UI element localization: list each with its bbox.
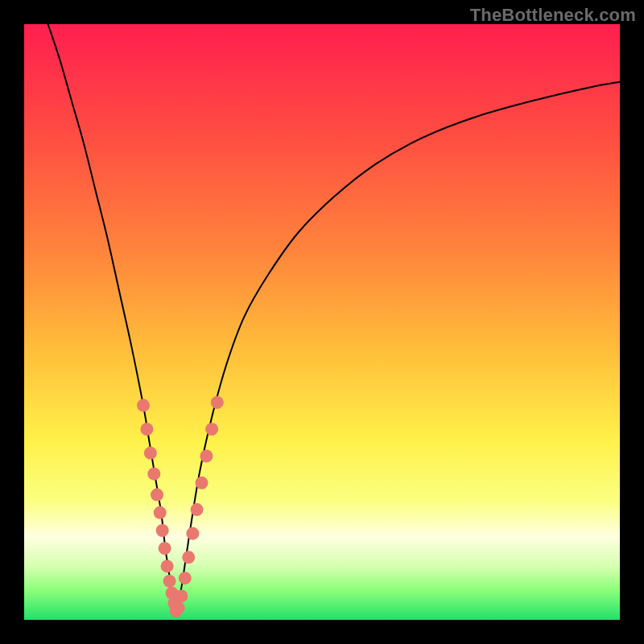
curve-left-branch <box>48 24 176 614</box>
plot-area <box>24 24 620 620</box>
bead-point <box>140 423 153 436</box>
bead-point <box>163 575 176 588</box>
bead-point <box>175 589 188 602</box>
bead-point <box>186 527 199 540</box>
bead-point <box>161 559 174 572</box>
curve-right-branch <box>176 82 620 614</box>
bead-point <box>137 399 150 412</box>
bead-point <box>182 551 195 564</box>
bead-point <box>147 468 160 481</box>
bead-point <box>172 601 185 614</box>
bead-point <box>191 503 204 516</box>
bead-point <box>205 423 218 436</box>
watermark-text: TheBottleneck.com <box>470 5 636 26</box>
bead-point <box>159 542 171 555</box>
bead-point <box>144 447 157 460</box>
bead-point <box>151 489 163 502</box>
bead-point <box>196 477 208 489</box>
bead-point <box>154 506 167 519</box>
bead-point <box>200 450 213 463</box>
bead-point <box>156 524 169 537</box>
chart-frame: TheBottleneck.com <box>0 0 644 644</box>
curve-layer <box>24 24 620 620</box>
bead-point <box>211 396 224 409</box>
bead-point <box>179 572 192 584</box>
